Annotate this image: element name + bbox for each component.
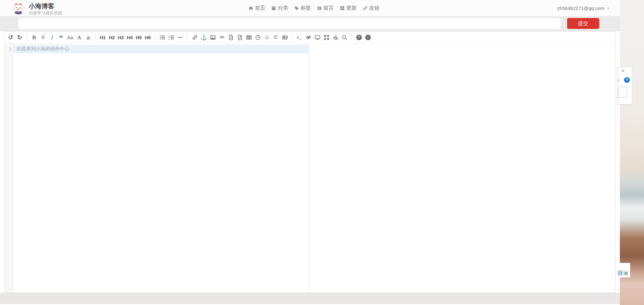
toolbar-ucwords-button[interactable]: Aa <box>66 33 75 42</box>
toolbar-help-glyph: ? <box>356 35 362 40</box>
site-avatar[interactable] <box>12 2 24 14</box>
help-bubble-icon[interactable]: ? <box>624 77 630 83</box>
nav-item-updates[interactable]: 更新 <box>340 5 357 12</box>
edge-popup-panel: × ∨ ? <box>617 67 632 104</box>
toolbar-image-button[interactable] <box>208 33 217 42</box>
list-ul-icon <box>160 35 165 40</box>
toolbar-html-entities-button[interactable]: © <box>271 33 280 42</box>
toolbar-hr-button[interactable]: — <box>176 33 185 42</box>
toolbar-separator <box>155 33 155 41</box>
search-icon <box>342 35 347 40</box>
code-editing-area[interactable]: 欢迎来到小海的创作中心 <box>13 43 309 292</box>
toolbar-italic-button[interactable]: I <box>48 33 57 42</box>
close-icon[interactable]: × <box>621 68 625 74</box>
toolbar-h6-button[interactable]: H6 <box>143 33 152 42</box>
toolbar-h4-button[interactable]: H4 <box>125 33 134 42</box>
toolbar-help-button[interactable]: ? <box>354 33 363 42</box>
toolbar-preview-button[interactable] <box>313 33 322 42</box>
browser-viewport: 小海博客 记录学习成长历程 首页分类标签留言更新友链 zh56462271@qq… <box>0 0 644 305</box>
main-nav: 首页分类标签留言更新友链 <box>248 0 379 16</box>
line-number-gutter: 1 <box>5 43 13 292</box>
toolbar-h3-glyph: H3 <box>118 35 124 40</box>
avatar-cartoon-icon <box>12 2 24 14</box>
image-icon <box>210 35 216 40</box>
category-icon <box>271 6 276 11</box>
toolbar-goto-line-button[interactable]: >_ <box>295 33 304 42</box>
nav-item-messages[interactable]: 留言 <box>317 5 334 12</box>
toolbar-h3-button[interactable]: H3 <box>116 33 125 42</box>
user-email: zh56462271@qq.com <box>557 5 604 11</box>
toolbar-html-entities-glyph: © <box>274 35 278 40</box>
file-code-icon <box>237 35 243 40</box>
editor-placeholder-text: 欢迎来到小海的创作中心 <box>16 46 70 52</box>
nav-item-label: 留言 <box>323 5 334 12</box>
toolbar-quote-button[interactable]: “ <box>57 33 66 42</box>
nav-item-label: 友链 <box>369 5 379 12</box>
toolbar-separator <box>95 33 96 41</box>
editor-body: 1 欢迎来到小海的创作中心 <box>5 43 615 292</box>
toolbar-hr-glyph: — <box>178 35 183 40</box>
toolbar-link-button[interactable] <box>190 33 199 42</box>
toolbar-reference-link-button[interactable]: ⚓ <box>199 33 208 42</box>
active-line[interactable]: 欢迎来到小海的创作中心 <box>13 45 309 53</box>
nav-item-friend-links[interactable]: 友链 <box>363 5 379 12</box>
blog-editor-page: 小海博客 记录学习成长历程 首页分类标签留言更新友链 zh56462271@qq… <box>0 0 620 305</box>
toolbar-undo-glyph: ↺ <box>8 34 13 40</box>
link-icon <box>192 35 198 40</box>
toolbar-code-button[interactable]: </> <box>217 33 226 42</box>
background-photo-strip <box>620 0 644 305</box>
submit-button[interactable]: 提交 <box>567 18 599 29</box>
toolbar-datetime-button[interactable] <box>253 33 262 42</box>
editor-toolbar: ↺↻BSI“AaAaH1H2H3H4H5H6123—⚓</>☺©>_?i <box>5 31 615 43</box>
toolbar-italic-glyph: I <box>51 35 53 40</box>
svg-text:3: 3 <box>169 38 170 40</box>
toolbar-bold-button[interactable]: B <box>30 33 39 42</box>
table-icon <box>246 35 252 40</box>
toolbar-h2-button[interactable]: H2 <box>107 33 116 42</box>
toolbar-info-button[interactable]: i <box>363 33 372 42</box>
toolbar-separator <box>27 33 27 41</box>
toolbar-h1-glyph: H1 <box>100 35 106 40</box>
toolbar-list-ol-button[interactable]: 123 <box>167 33 176 42</box>
site-header: 小海博客 记录学习成长历程 首页分类标签留言更新友链 zh56462271@qq… <box>0 0 620 16</box>
toolbar-separator <box>351 33 352 41</box>
nav-item-tags[interactable]: 标签 <box>294 5 311 12</box>
toolbar-redo-button[interactable]: ↻ <box>15 33 24 42</box>
toolbar-lowercase-button[interactable]: a <box>84 33 93 42</box>
toolbar-h5-button[interactable]: H5 <box>134 33 143 42</box>
toolbar-table-button[interactable] <box>244 33 253 42</box>
site-subtitle: 记录学习成长历程 <box>29 10 62 16</box>
toolbar-h1-button[interactable]: H1 <box>98 33 107 42</box>
nav-item-home[interactable]: 首页 <box>248 5 265 12</box>
toolbar-uppercase-glyph: A <box>77 35 81 40</box>
toolbar-quote-glyph: “ <box>59 35 63 40</box>
line-number: 1 <box>5 45 13 53</box>
toolbar-search-button[interactable] <box>340 33 349 42</box>
site-title[interactable]: 小海博客 <box>29 2 54 11</box>
list-view-button[interactable] <box>618 271 622 275</box>
toolbar-goto-line-glyph: >_ <box>297 35 302 40</box>
chevron-down-icon[interactable]: ∨ <box>617 78 620 82</box>
toolbar-undo-button[interactable]: ↺ <box>6 33 15 42</box>
list-ol-icon: 123 <box>169 35 174 40</box>
toolbar-preformatted-text-button[interactable] <box>226 33 235 42</box>
toolbar-del-button[interactable]: S <box>39 33 48 42</box>
toolbar-fullscreen-button[interactable] <box>322 33 331 42</box>
toolbar-uppercase-button[interactable]: A <box>75 33 84 42</box>
update-icon <box>340 6 345 11</box>
toolbar-clear-button[interactable] <box>331 33 340 42</box>
post-title-input[interactable] <box>18 18 561 29</box>
toolbar-watch-button[interactable] <box>304 33 313 42</box>
eraser-icon <box>333 35 338 40</box>
thumbnail-view-button[interactable] <box>623 271 628 276</box>
eye-slash-icon <box>306 35 311 40</box>
nav-item-categories[interactable]: 分类 <box>271 5 288 12</box>
toolbar-list-ul-button[interactable] <box>158 33 167 42</box>
user-menu[interactable]: zh56462271@qq.com ∨ <box>557 0 610 16</box>
toolbar-code-block-button[interactable] <box>235 33 244 42</box>
toolbar-emoji-button[interactable]: ☺ <box>262 33 271 42</box>
nav-item-label: 分类 <box>278 5 288 12</box>
toolbar-code-glyph: </> <box>219 35 224 39</box>
toolbar-pagebreak-button[interactable] <box>280 33 289 42</box>
popup-input[interactable] <box>618 87 627 98</box>
